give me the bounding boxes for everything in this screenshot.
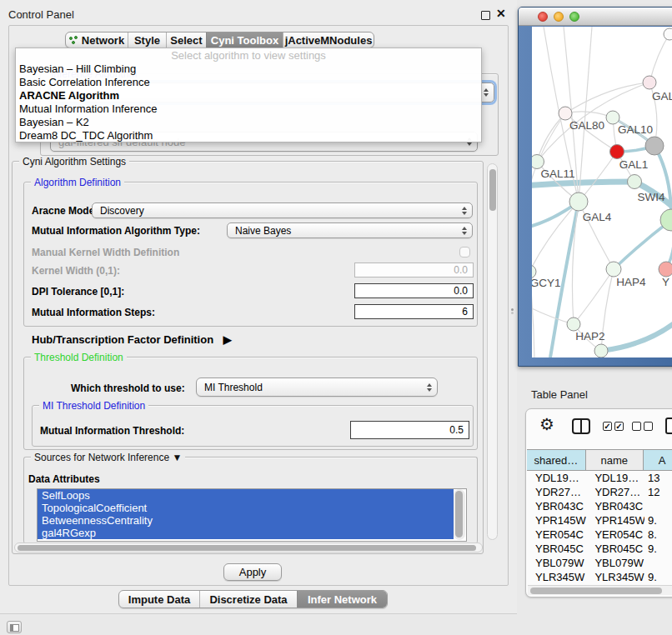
node-label: HAP4 bbox=[616, 276, 646, 288]
data-attribute-item[interactable]: SelfLoops bbox=[38, 489, 454, 502]
mi-threshold-group-title: MI Threshold Definition bbox=[39, 400, 148, 412]
node-label: GAL10 bbox=[618, 123, 653, 136]
dpi-tolerance-input[interactable]: 0.0 bbox=[354, 283, 474, 298]
split-columns-icon[interactable] bbox=[572, 418, 590, 434]
network-edge[interactable] bbox=[532, 113, 565, 272]
apply-button[interactable]: Apply bbox=[223, 563, 282, 581]
node-label: GAL1 bbox=[619, 158, 649, 171]
network-node-gal10[interactable] bbox=[606, 111, 619, 124]
unchecked-checkbox-icon[interactable] bbox=[632, 422, 641, 431]
network-node-y[interactable] bbox=[659, 262, 672, 277]
algorithm-option[interactable]: ARACNE Algorithm bbox=[16, 89, 481, 102]
column-header-1[interactable]: shared… bbox=[527, 450, 586, 470]
settings-vertical-scrollbar[interactable] bbox=[487, 163, 498, 540]
close-panel-icon[interactable]: ✕ bbox=[496, 7, 506, 20]
gear-icon[interactable]: ⚙ bbox=[539, 416, 554, 432]
network-edge-highlighted[interactable] bbox=[601, 318, 672, 351]
network-edge-highlighted[interactable] bbox=[614, 220, 671, 269]
mi-steps-input[interactable]: 6 bbox=[354, 304, 474, 319]
tab-infer-network[interactable]: Infer Network bbox=[297, 591, 387, 608]
table-cell bbox=[644, 499, 672, 513]
network-node[interactable] bbox=[664, 28, 672, 40]
data-attributes-list[interactable]: SelfLoopsTopologicalCoefficientBetweenne… bbox=[37, 488, 467, 542]
checked-checkbox-icon[interactable]: ✓ bbox=[614, 422, 624, 431]
node-label: GAL80 bbox=[569, 119, 604, 132]
collapse-down-icon[interactable]: ▼ bbox=[172, 452, 182, 463]
network-node-gal11[interactable] bbox=[532, 155, 544, 169]
network-edge[interactable] bbox=[579, 27, 592, 202]
table-cell: YLR345W bbox=[586, 570, 644, 584]
network-canvas[interactable]: GALGAL80GAL10GAL1GAL11SWI4GAL4GCY1HAP4YH… bbox=[532, 27, 672, 358]
algorithm-option[interactable]: Bayesian – Hill Climbing bbox=[16, 62, 481, 76]
network-edge[interactable] bbox=[649, 34, 669, 82]
which-threshold-label: Which threshold to use: bbox=[71, 382, 185, 394]
network-node[interactable] bbox=[594, 344, 608, 358]
minimized-panel-icon[interactable] bbox=[7, 621, 22, 633]
algorithm-option[interactable]: Basic Correlation Inference bbox=[16, 76, 481, 89]
table-row[interactable]: YBL079WYBL079W bbox=[527, 556, 672, 570]
network-edge-highlighted[interactable] bbox=[654, 146, 671, 220]
data-attribute-item[interactable]: gal4RGexp bbox=[38, 527, 454, 539]
checked-checkbox-icon[interactable]: ✓ bbox=[603, 422, 612, 431]
unchecked-checkbox-icon[interactable] bbox=[644, 422, 653, 431]
algorithm-option[interactable]: Mutual Information Inference bbox=[16, 102, 481, 116]
network-node-hap2[interactable] bbox=[567, 318, 580, 331]
mi-type-combo[interactable]: Naive Bayes bbox=[227, 222, 473, 238]
mi-threshold-input[interactable]: 0.5 bbox=[350, 421, 469, 439]
network-node-hap4[interactable] bbox=[606, 262, 621, 277]
column-header-3[interactable]: A bbox=[644, 450, 672, 470]
settings-horizontal-scrollbar[interactable] bbox=[14, 542, 483, 552]
node-label: GCY1 bbox=[532, 277, 560, 289]
which-threshold-value: MI Threshold bbox=[204, 382, 263, 393]
network-node-swi4[interactable] bbox=[628, 175, 642, 189]
network-node-gal80[interactable] bbox=[559, 107, 572, 120]
tab-impute-data[interactable]: Impute Data bbox=[119, 591, 199, 608]
table-row[interactable]: YDR27…YDR27…12 bbox=[527, 485, 672, 499]
tab-style[interactable]: Style bbox=[128, 32, 166, 48]
table-row[interactable]: YBR043CYBR043C bbox=[527, 499, 672, 513]
node-label: SWI4 bbox=[637, 191, 664, 203]
data-attribute-item[interactable]: TopologicalCoefficient bbox=[38, 502, 454, 514]
network-window-titlebar[interactable] bbox=[519, 8, 672, 26]
kernel-width-input[interactable]: 0.0 bbox=[354, 262, 474, 278]
panel-splitter-handle[interactable] bbox=[510, 308, 514, 314]
network-node-gal[interactable] bbox=[643, 76, 656, 89]
close-window-icon[interactable] bbox=[538, 12, 548, 22]
table-row[interactable]: YER054CYER054C8. bbox=[527, 528, 672, 542]
tab-cyni-toolbox[interactable]: Cyni Toolbox bbox=[206, 32, 283, 48]
aracne-mode-label: Aracne Mode: bbox=[32, 205, 98, 217]
tab-network[interactable]: Network bbox=[66, 32, 128, 48]
table-row[interactable]: YBR045CYBR045C9. bbox=[527, 542, 672, 556]
tab-label: Cyni Toolbox bbox=[211, 34, 278, 47]
new-table-icon[interactable] bbox=[665, 418, 672, 434]
tab-discretize-data[interactable]: Discretize Data bbox=[199, 591, 297, 608]
network-node-gal1[interactable] bbox=[610, 145, 624, 159]
tab-jactivemnodules[interactable]: jActiveMNodules bbox=[283, 32, 374, 48]
table-cell: YBR043C bbox=[586, 499, 644, 513]
table-horizontal-scrollbar[interactable] bbox=[528, 585, 672, 595]
combo-stepper-icon bbox=[484, 88, 489, 97]
network-edge-highlighted[interactable] bbox=[532, 182, 634, 186]
tab-label: Infer Network bbox=[308, 593, 377, 606]
which-threshold-combo[interactable]: MI Threshold bbox=[196, 378, 438, 397]
manual-kernel-checkbox[interactable] bbox=[459, 247, 470, 258]
table-cell: YDR27… bbox=[527, 485, 586, 499]
tab-select[interactable]: Select bbox=[166, 32, 206, 48]
minimize-window-icon[interactable] bbox=[554, 12, 564, 22]
algorithm-option[interactable]: Bayesian – K2 bbox=[16, 116, 481, 129]
attributes-scrollbar[interactable] bbox=[454, 489, 465, 540]
algorithm-option[interactable]: Dream8 DC_TDC Algorithm bbox=[16, 129, 481, 142]
hub-definition-expander[interactable]: Hub/Transcription Factor Definition ▶ bbox=[32, 333, 232, 346]
zoom-window-icon[interactable] bbox=[569, 12, 579, 22]
table-row[interactable]: YPR145WYPR145W9. bbox=[527, 513, 672, 528]
column-header-2[interactable]: name bbox=[586, 450, 644, 470]
network-node-gal4[interactable] bbox=[569, 192, 588, 211]
table-row[interactable]: YLR345WYLR345W9. bbox=[527, 570, 672, 584]
float-panel-icon[interactable] bbox=[481, 11, 490, 20]
table-row[interactable]: YDL19…YDL19…13 bbox=[527, 471, 672, 485]
aracne-mode-combo[interactable]: Discovery bbox=[92, 202, 473, 218]
network-window[interactable]: GALGAL80GAL10GAL1GAL11SWI4GAL4GCY1HAP4YH… bbox=[518, 7, 672, 367]
data-attribute-item[interactable]: BetweennessCentrality bbox=[38, 514, 454, 527]
tab-label: jActiveMNodules bbox=[285, 34, 373, 47]
network-node[interactable] bbox=[645, 137, 664, 155]
